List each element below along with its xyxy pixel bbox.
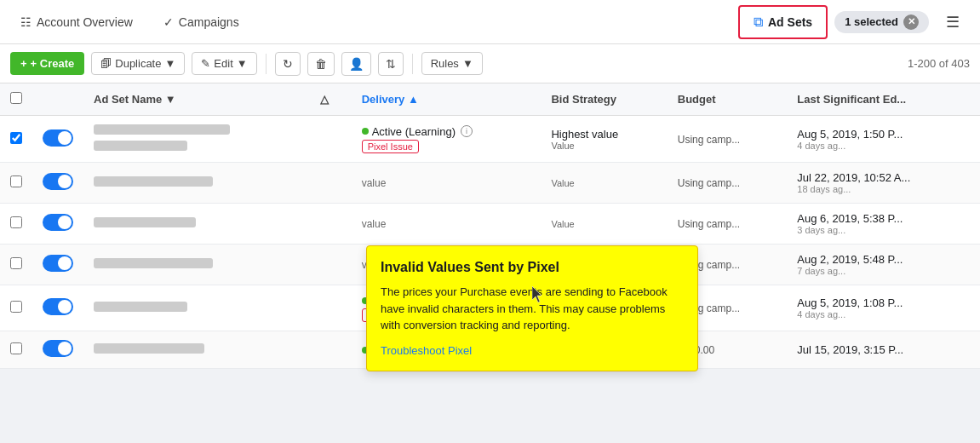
rules-button[interactable]: Rules ▼ bbox=[421, 52, 483, 75]
select-all-checkbox[interactable] bbox=[10, 92, 22, 104]
last-edit-cell: Jul 22, 2019, 10:52 A...18 days ag... bbox=[787, 163, 980, 204]
bid-strategy-sub-text: Value bbox=[551, 178, 656, 188]
duplicate-button[interactable]: 🗐 Duplicate ▼ bbox=[91, 52, 185, 75]
ad-sets-icon: ⧉ bbox=[754, 14, 763, 30]
row-checkbox-cell[interactable] bbox=[0, 204, 32, 245]
row-checkbox[interactable] bbox=[10, 132, 22, 144]
delivery-cell: Active (Learning)iPixel Issue bbox=[352, 116, 542, 163]
name-sort-icon: ▼ bbox=[165, 93, 176, 106]
last-edit-sub-text: 7 days ag... bbox=[797, 266, 970, 276]
ad-set-name-blurred bbox=[94, 217, 196, 227]
row-checkbox[interactable] bbox=[10, 257, 22, 269]
delivery-cell: value bbox=[352, 204, 542, 245]
toggle-header bbox=[32, 83, 83, 116]
account-overview-tab[interactable]: ☷ Account Overview bbox=[7, 5, 146, 39]
bid-strategy-cell: Value bbox=[541, 163, 667, 204]
table-header-row: Ad Set Name ▼ △ Delivery ▲ Bid Strategy … bbox=[0, 83, 980, 116]
refresh-icon: ↻ bbox=[283, 57, 293, 71]
row-checkbox-cell[interactable] bbox=[0, 163, 32, 204]
delivery-sort-icon: ▲ bbox=[408, 93, 419, 106]
ad-set-name-header[interactable]: Ad Set Name ▼ bbox=[83, 83, 310, 116]
campaigns-label: Campaigns bbox=[179, 15, 239, 29]
row-toggle-cell[interactable] bbox=[32, 163, 83, 204]
clear-selection-button[interactable]: ✕ bbox=[903, 14, 919, 30]
last-edit-text: Aug 5, 2019, 1:50 P... bbox=[797, 128, 970, 141]
pixel-issue-badge[interactable]: Pixel Issue bbox=[362, 140, 419, 153]
row-toggle[interactable] bbox=[43, 129, 73, 147]
last-edit-cell: Aug 5, 2019, 1:50 P...4 days ag... bbox=[787, 116, 980, 163]
table-row: valueValueUsing camp...Aug 6, 2019, 5:38… bbox=[0, 204, 980, 245]
ad-set-name-cell bbox=[83, 245, 310, 285]
duplicate-icon: 🗐 bbox=[100, 57, 112, 70]
row-toggle[interactable] bbox=[43, 340, 73, 357]
budget-text: Using camp... bbox=[678, 218, 740, 230]
selected-badge: 1 selected ✕ bbox=[834, 11, 929, 33]
rules-label: Rules bbox=[431, 57, 459, 70]
top-navigation: ☷ Account Overview ✓ Campaigns ⧉ Ad Sets… bbox=[0, 0, 980, 44]
delivery-value-text: value bbox=[362, 218, 387, 230]
row-toggle[interactable] bbox=[43, 173, 73, 190]
row-checkbox-cell[interactable] bbox=[0, 245, 32, 285]
delivery-status-text: Active (Learning) bbox=[372, 125, 456, 138]
row-checkbox-cell[interactable] bbox=[0, 331, 32, 369]
ad-set-name-cell bbox=[83, 116, 310, 163]
export-button[interactable]: ⇅ bbox=[378, 52, 404, 76]
campaigns-icon: ✓ bbox=[163, 15, 174, 29]
row-checkbox[interactable] bbox=[10, 342, 22, 354]
row-toggle[interactable] bbox=[43, 214, 73, 231]
row-checkbox-cell[interactable] bbox=[0, 116, 32, 163]
delete-button[interactable]: 🗑 bbox=[307, 52, 335, 76]
pagination-text: 1-200 of 403 bbox=[908, 57, 970, 70]
row-checkbox-cell[interactable] bbox=[0, 285, 32, 331]
duplicate-label: Duplicate bbox=[115, 57, 161, 70]
create-button[interactable]: + + Create bbox=[10, 52, 84, 75]
alert-cell bbox=[310, 163, 352, 204]
delivery-info-icon[interactable]: i bbox=[461, 125, 473, 137]
delivery-dot-icon bbox=[362, 128, 369, 135]
campaigns-tab[interactable]: ✓ Campaigns bbox=[150, 5, 253, 39]
last-edit-text: Aug 5, 2019, 1:08 P... bbox=[797, 296, 970, 309]
alert-header: △ bbox=[310, 83, 352, 116]
extra-tab[interactable]: ☰ bbox=[932, 5, 973, 39]
delivery-value-text: value bbox=[362, 177, 387, 189]
row-toggle-cell[interactable] bbox=[32, 116, 83, 163]
delivery-cell: value bbox=[352, 163, 542, 204]
alert-cell bbox=[310, 204, 352, 245]
ad-sets-label: Ad Sets bbox=[768, 15, 812, 29]
bid-strategy-header: Bid Strategy bbox=[541, 83, 667, 116]
edit-chevron-icon: ▼ bbox=[237, 57, 248, 70]
select-all-header[interactable] bbox=[0, 83, 32, 116]
row-checkbox[interactable] bbox=[10, 301, 22, 313]
alert-cell bbox=[310, 285, 352, 331]
row-checkbox[interactable] bbox=[10, 216, 22, 228]
row-toggle-cell[interactable] bbox=[32, 245, 83, 285]
last-edit-cell: Aug 5, 2019, 1:08 P...4 days ag... bbox=[787, 285, 980, 331]
refresh-button[interactable]: ↻ bbox=[275, 52, 301, 76]
ad-set-name-blurred bbox=[94, 124, 230, 135]
ad-set-name-blurred bbox=[94, 176, 213, 187]
delivery-header[interactable]: Delivery ▲ bbox=[352, 83, 542, 116]
account-overview-label: Account Overview bbox=[37, 15, 133, 29]
ad-set-name-blurred bbox=[94, 258, 213, 268]
ad-set-name-cell bbox=[83, 331, 310, 369]
ad-set-name-cell bbox=[83, 285, 310, 331]
budget-cell: Using camp... bbox=[668, 163, 788, 204]
budget-cell: Using camp... bbox=[668, 204, 788, 245]
ad-sets-tab[interactable]: ⧉ Ad Sets bbox=[738, 5, 828, 39]
row-toggle-cell[interactable] bbox=[32, 285, 83, 331]
row-toggle[interactable] bbox=[43, 255, 73, 272]
tooltip-body: The prices your Purchase events are send… bbox=[381, 284, 684, 334]
row-toggle-cell[interactable] bbox=[32, 204, 83, 245]
row-checkbox[interactable] bbox=[10, 175, 22, 187]
row-toggle[interactable] bbox=[43, 298, 73, 315]
troubleshoot-pixel-link[interactable]: Troubleshoot Pixel bbox=[381, 344, 472, 357]
selected-count-label: 1 selected bbox=[845, 15, 898, 28]
audience-button[interactable]: 👤 bbox=[341, 52, 371, 76]
last-edit-cell: Aug 2, 2019, 5:48 P...7 days ag... bbox=[787, 245, 980, 285]
trash-icon: 🗑 bbox=[315, 57, 327, 71]
row-toggle-cell[interactable] bbox=[32, 331, 83, 369]
divider2 bbox=[412, 54, 413, 74]
delivery-status: Active (Learning)i bbox=[362, 125, 531, 138]
last-significant-header: Last Significant Ed... bbox=[787, 83, 980, 116]
edit-button[interactable]: ✎ Edit ▼ bbox=[192, 52, 256, 75]
